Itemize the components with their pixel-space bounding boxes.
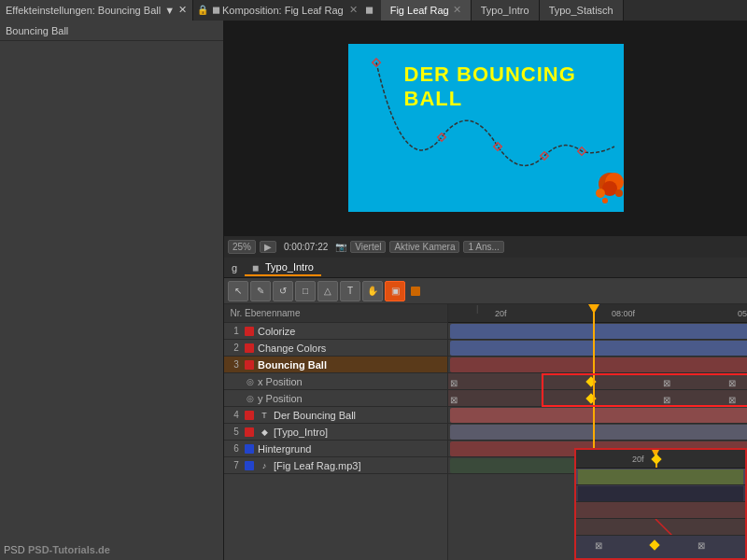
timeline-area: g ◼ Typo_Intro ↖ ✎ ↺ □ △ T ✋ ▣ — [224, 258, 747, 560]
layer-6-color — [245, 444, 254, 454]
timeline-layers: Nr. Ebenenname 1 Colorize 2 Change Color… — [224, 304, 747, 560]
layer-row-change-colors[interactable]: 2 Change Colors — [224, 340, 447, 357]
layer-header: Nr. Ebenenname — [224, 304, 447, 323]
zoom-kf-mid — [649, 539, 659, 550]
comp-tab-bar: 🔒 ◼ Komposition: Fig Leaf Rag ✕ ◼ Fig Le… — [193, 0, 747, 21]
zoom-track-3 — [576, 502, 745, 519]
layer-3-color — [245, 360, 254, 370]
comp-title-icon: ◼ — [212, 4, 220, 16]
tool-camera[interactable]: □ — [295, 281, 316, 301]
layer-4-icon: T — [258, 409, 271, 422]
timeline-ruler: 20f 08:00f 05f — [448, 304, 747, 323]
layer-2-nr: 2 — [228, 343, 245, 353]
tool-text[interactable]: T — [340, 281, 360, 301]
layer-7-name: [Fig Leaf Rag.mp3] — [274, 460, 444, 471]
main-layout: Bouncing Ball DER BOUNCING BALL — [0, 21, 747, 560]
zoom-level[interactable]: 25% — [228, 240, 256, 254]
effect-panel-title: Effekteinstellungen: Bouncing Ball ▼ ✕ — [0, 0, 193, 21]
zoom-track-4 — [576, 519, 745, 536]
layer-row-x-position[interactable]: ◎ x Position — [224, 373, 447, 390]
layer-7-nr: 7 — [228, 460, 245, 470]
comp-title-label: Komposition: Fig Leaf Rag — [222, 5, 344, 16]
layer-1-color — [245, 327, 254, 336]
left-panel: Bouncing Ball — [0, 21, 224, 560]
zoom-track-1 — [576, 469, 745, 485]
ruler-08f: 08:00f — [612, 309, 635, 318]
layer-3-nr: 3 — [228, 359, 245, 370]
quality-btn[interactable]: ▶ — [260, 241, 276, 253]
layer-row-colorize[interactable]: 1 Colorize — [224, 323, 447, 340]
timeline-tab-typo-intro[interactable]: ◼ Typo_Intro — [245, 259, 321, 276]
camera-icon: 📷 — [335, 242, 346, 252]
svg-line-11 — [655, 519, 721, 535]
timecode: 0:00:07:22 — [284, 242, 328, 252]
tool-pen[interactable]: ✎ — [250, 281, 271, 301]
track-y-pos: ⊠ ⊠ ⊠ ⊠ — [448, 390, 747, 407]
layer-5-color — [245, 427, 254, 437]
layer-2-name: Change Colors — [258, 343, 444, 354]
tab-close-fig[interactable]: ✕ — [453, 4, 461, 16]
preview-controls: 25% ▶ 0:00:07:22 📷 Viertel Aktive Kamera… — [224, 235, 747, 258]
layer-row-audio[interactable]: 7 ♪ [Fig Leaf Rag.mp3] — [224, 457, 447, 474]
playhead-arrow — [588, 304, 599, 314]
tracks-container: ⊠ ⊠ ⊠ ⊠ ↖ ⊠ ⊠ ⊠ ⊠ — [448, 323, 747, 560]
layer-row-hintergrund[interactable]: 6 Hintergrund — [224, 441, 447, 457]
track-5-bar — [450, 425, 747, 440]
kf-x-right1: ⊠ — [663, 378, 670, 388]
layer-7-icon: ♪ — [258, 459, 271, 472]
lock-icon: 🔒 — [197, 5, 208, 15]
ruler-05f: 05f — [738, 309, 747, 318]
layer-6-name: Hintergrund — [258, 443, 444, 455]
layer-1-nr: 1 — [228, 326, 245, 336]
tab-fig-leaf-rag[interactable]: Fig Leaf Rag ✕ — [381, 0, 472, 21]
layer-row-bouncing-ball[interactable]: 3 Bouncing Ball — [224, 357, 447, 373]
track-4 — [448, 407, 747, 424]
zoom-kf-row: ⊠ ⊠ — [576, 536, 745, 554]
zoom-kf-left: ⊠ — [595, 540, 602, 551]
zoom-kf-right: ⊠ — [698, 540, 705, 551]
layer-5-nr: 5 — [228, 427, 245, 437]
view-label[interactable]: 1 Ans... — [463, 241, 503, 253]
timeline-tab-g[interactable]: g — [224, 260, 245, 275]
track-x-pos: ⊠ ⊠ ⊠ ⊠ ↖ — [448, 373, 747, 390]
preview-window: DER BOUNCING BALL — [348, 44, 624, 212]
tool-shape[interactable]: △ — [317, 281, 338, 301]
tab-typo-intro[interactable]: Typo_Intro — [472, 0, 540, 21]
zoom-mark-20f: 20f — [632, 455, 644, 464]
ball-path-svg — [348, 44, 624, 212]
track-1-bar — [450, 324, 747, 339]
ruler-20f: 20f — [495, 309, 507, 318]
tool-active[interactable]: ▣ — [385, 281, 405, 301]
panel-close-icon[interactable]: ✕ — [178, 4, 187, 16]
kf-x-right2: ⊠ — [728, 378, 736, 388]
tool-select[interactable]: ↖ — [228, 281, 248, 301]
track-2 — [448, 340, 747, 357]
kf-y-right1: ⊠ — [663, 395, 670, 405]
timeline-indicator — [411, 287, 420, 296]
tool-rotate[interactable]: ↺ — [273, 281, 293, 301]
camera-label[interactable]: Aktive Kamera — [389, 241, 459, 253]
layer-4-nr: 4 — [228, 410, 245, 420]
preview-canvas: DER BOUNCING BALL — [224, 21, 747, 235]
timeline-tab-row: g ◼ Typo_Intro — [224, 258, 747, 278]
effect-panel-label: Effekteinstellungen: Bouncing Ball — [6, 5, 161, 16]
zoom-line-svg — [576, 519, 745, 535]
track-2-bar — [450, 341, 747, 356]
layer-row-typo-intro[interactable]: 5 ◆ [Typo_Intro] — [224, 424, 447, 441]
y-position-label: y Position — [258, 393, 303, 404]
zoom-box: 20f — [574, 448, 747, 560]
tool-hand[interactable]: ✋ — [362, 281, 383, 301]
layer-6-nr: 6 — [228, 443, 245, 454]
tab-typo-statisch[interactable]: Typo_Statisch — [540, 0, 624, 21]
layer-row-der-bouncing-ball[interactable]: 4 T Der Bouncing Ball — [224, 407, 447, 424]
panel-menu-icon[interactable]: ▼ — [164, 5, 175, 16]
layer-1-name: Colorize — [258, 326, 444, 337]
layer-row-y-position[interactable]: ◎ y Position — [224, 390, 447, 407]
svg-point-8 — [596, 189, 605, 198]
comp-tab-icon2: ◼ — [365, 4, 374, 16]
quality-label[interactable]: Viertel — [350, 241, 386, 253]
comp-close-btn[interactable]: ✕ — [349, 4, 358, 16]
timeline-toolbar: ↖ ✎ ↺ □ △ T ✋ ▣ — [224, 278, 747, 304]
zoom-track-2 — [576, 485, 745, 502]
layer-4-name: Der Bouncing Ball — [274, 410, 444, 421]
